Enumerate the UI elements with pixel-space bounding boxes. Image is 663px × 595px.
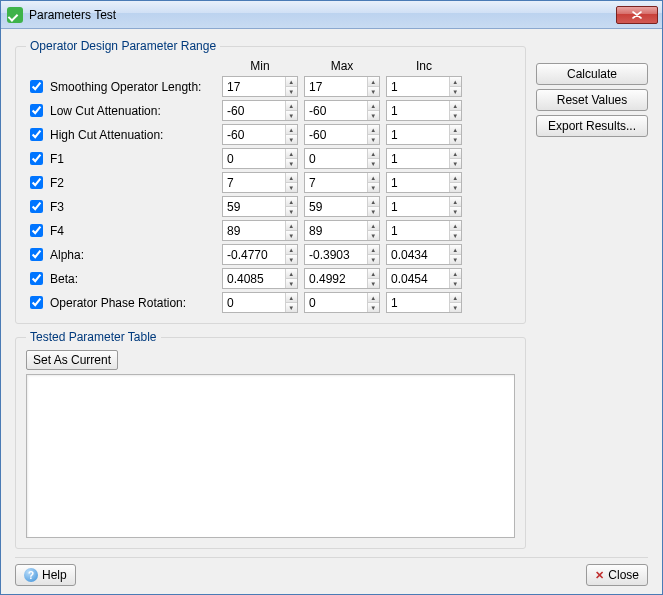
param-row-label[interactable]: High Cut Attenuation: xyxy=(26,125,216,144)
spinner-input-min-2[interactable] xyxy=(223,125,285,144)
spinner-input-max-9[interactable] xyxy=(305,293,367,312)
param-row-label[interactable]: Low Cut Attenuation: xyxy=(26,101,216,120)
spinner-input-inc-8[interactable] xyxy=(387,269,449,288)
spinner-input-max-1[interactable] xyxy=(305,101,367,120)
set-as-current-button[interactable]: Set As Current xyxy=(26,350,118,370)
param-row-label[interactable]: Operator Phase Rotation: xyxy=(26,293,216,312)
spin-up-icon[interactable]: ▲ xyxy=(450,77,461,87)
spinner-input-max-4[interactable] xyxy=(305,173,367,192)
spinner-input-max-8[interactable] xyxy=(305,269,367,288)
spin-up-icon[interactable]: ▲ xyxy=(286,77,297,87)
spin-up-icon[interactable]: ▲ xyxy=(450,173,461,183)
spin-down-icon[interactable]: ▼ xyxy=(286,159,297,168)
reset-values-button[interactable]: Reset Values xyxy=(536,89,648,111)
spin-down-icon[interactable]: ▼ xyxy=(286,87,297,96)
param-checkbox[interactable] xyxy=(30,152,43,165)
spin-up-icon[interactable]: ▲ xyxy=(286,221,297,231)
spin-down-icon[interactable]: ▼ xyxy=(368,183,379,192)
spin-up-icon[interactable]: ▲ xyxy=(368,77,379,87)
help-button[interactable]: ? Help xyxy=(15,564,76,586)
param-row-label[interactable]: F1 xyxy=(26,149,216,168)
param-row-label[interactable]: F2 xyxy=(26,173,216,192)
spinner-input-inc-2[interactable] xyxy=(387,125,449,144)
spin-up-icon[interactable]: ▲ xyxy=(368,125,379,135)
spin-up-icon[interactable]: ▲ xyxy=(450,269,461,279)
spin-up-icon[interactable]: ▲ xyxy=(450,245,461,255)
export-results-button[interactable]: Export Results... xyxy=(536,115,648,137)
spin-down-icon[interactable]: ▼ xyxy=(368,207,379,216)
param-row-label[interactable]: F4 xyxy=(26,221,216,240)
param-checkbox[interactable] xyxy=(30,200,43,213)
spin-down-icon[interactable]: ▼ xyxy=(286,279,297,288)
spinner-input-inc-3[interactable] xyxy=(387,149,449,168)
spin-up-icon[interactable]: ▲ xyxy=(450,101,461,111)
spin-down-icon[interactable]: ▼ xyxy=(286,231,297,240)
spinner-input-min-1[interactable] xyxy=(223,101,285,120)
spinner-input-min-7[interactable] xyxy=(223,245,285,264)
spin-down-icon[interactable]: ▼ xyxy=(368,255,379,264)
spinner-input-max-0[interactable] xyxy=(305,77,367,96)
spin-up-icon[interactable]: ▲ xyxy=(368,173,379,183)
spin-up-icon[interactable]: ▲ xyxy=(286,173,297,183)
spin-down-icon[interactable]: ▼ xyxy=(450,207,461,216)
spin-up-icon[interactable]: ▲ xyxy=(450,221,461,231)
spin-down-icon[interactable]: ▼ xyxy=(450,303,461,312)
spin-down-icon[interactable]: ▼ xyxy=(368,279,379,288)
spinner-input-min-0[interactable] xyxy=(223,77,285,96)
spinner-input-max-7[interactable] xyxy=(305,245,367,264)
spin-down-icon[interactable]: ▼ xyxy=(450,279,461,288)
spin-up-icon[interactable]: ▲ xyxy=(286,149,297,159)
spinner-input-min-3[interactable] xyxy=(223,149,285,168)
spin-up-icon[interactable]: ▲ xyxy=(286,125,297,135)
spinner-input-max-6[interactable] xyxy=(305,221,367,240)
spinner-input-min-5[interactable] xyxy=(223,197,285,216)
spin-down-icon[interactable]: ▼ xyxy=(368,231,379,240)
spinner-input-min-4[interactable] xyxy=(223,173,285,192)
spin-up-icon[interactable]: ▲ xyxy=(286,293,297,303)
spinner-input-inc-7[interactable] xyxy=(387,245,449,264)
spin-down-icon[interactable]: ▼ xyxy=(368,303,379,312)
spin-up-icon[interactable]: ▲ xyxy=(286,197,297,207)
spin-up-icon[interactable]: ▲ xyxy=(286,269,297,279)
spin-down-icon[interactable]: ▼ xyxy=(450,231,461,240)
spin-up-icon[interactable]: ▲ xyxy=(286,245,297,255)
spin-up-icon[interactable]: ▲ xyxy=(368,101,379,111)
spin-up-icon[interactable]: ▲ xyxy=(286,101,297,111)
param-checkbox[interactable] xyxy=(30,224,43,237)
spin-down-icon[interactable]: ▼ xyxy=(286,135,297,144)
spin-down-icon[interactable]: ▼ xyxy=(368,159,379,168)
spinner-input-inc-6[interactable] xyxy=(387,221,449,240)
param-checkbox[interactable] xyxy=(30,248,43,261)
spinner-input-inc-0[interactable] xyxy=(387,77,449,96)
param-checkbox[interactable] xyxy=(30,80,43,93)
param-checkbox[interactable] xyxy=(30,176,43,189)
spin-down-icon[interactable]: ▼ xyxy=(286,111,297,120)
tested-parameter-table[interactable] xyxy=(26,374,515,538)
spinner-input-max-5[interactable] xyxy=(305,197,367,216)
spinner-input-min-8[interactable] xyxy=(223,269,285,288)
param-checkbox[interactable] xyxy=(30,272,43,285)
spin-up-icon[interactable]: ▲ xyxy=(368,221,379,231)
spin-down-icon[interactable]: ▼ xyxy=(450,159,461,168)
close-button[interactable]: ✕ Close xyxy=(586,564,648,586)
spin-up-icon[interactable]: ▲ xyxy=(368,269,379,279)
spin-down-icon[interactable]: ▼ xyxy=(286,303,297,312)
param-checkbox[interactable] xyxy=(30,296,43,309)
spinner-input-min-9[interactable] xyxy=(223,293,285,312)
spinner-input-max-2[interactable] xyxy=(305,125,367,144)
spin-up-icon[interactable]: ▲ xyxy=(450,293,461,303)
spin-down-icon[interactable]: ▼ xyxy=(450,111,461,120)
spin-down-icon[interactable]: ▼ xyxy=(450,183,461,192)
spinner-input-inc-5[interactable] xyxy=(387,197,449,216)
spin-down-icon[interactable]: ▼ xyxy=(286,183,297,192)
spin-up-icon[interactable]: ▲ xyxy=(368,197,379,207)
spinner-input-inc-9[interactable] xyxy=(387,293,449,312)
spin-down-icon[interactable]: ▼ xyxy=(450,135,461,144)
param-row-label[interactable]: Beta: xyxy=(26,269,216,288)
spinner-input-min-6[interactable] xyxy=(223,221,285,240)
spin-up-icon[interactable]: ▲ xyxy=(368,293,379,303)
param-checkbox[interactable] xyxy=(30,128,43,141)
calculate-button[interactable]: Calculate xyxy=(536,63,648,85)
spin-down-icon[interactable]: ▼ xyxy=(286,255,297,264)
spin-down-icon[interactable]: ▼ xyxy=(368,135,379,144)
